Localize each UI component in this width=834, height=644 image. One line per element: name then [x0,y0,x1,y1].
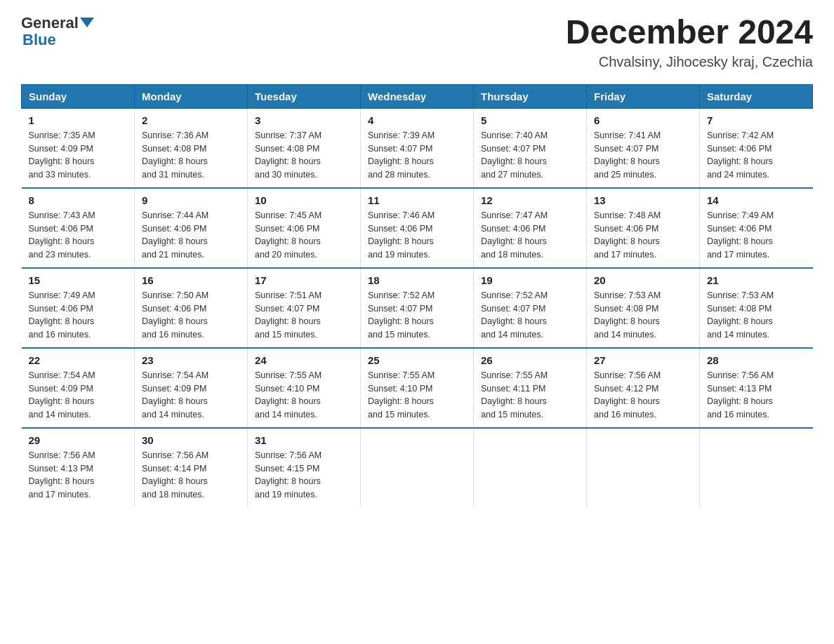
day-info: Sunrise: 7:50 AM Sunset: 4:06 PM Dayligh… [142,289,240,342]
day-number: 10 [255,194,353,206]
calendar-cell: 9 Sunrise: 7:44 AM Sunset: 4:06 PM Dayli… [135,188,248,268]
day-info: Sunrise: 7:49 AM Sunset: 4:06 PM Dayligh… [707,209,806,262]
calendar-cell: 25 Sunrise: 7:55 AM Sunset: 4:10 PM Dayl… [361,348,474,428]
day-number: 7 [707,114,806,126]
day-number: 3 [255,114,353,126]
calendar-title: December 2024 [566,14,813,51]
day-number: 20 [594,274,692,286]
day-info: Sunrise: 7:49 AM Sunset: 4:06 PM Dayligh… [29,289,128,342]
calendar-cell: 27 Sunrise: 7:56 AM Sunset: 4:12 PM Dayl… [587,348,700,428]
logo-blue-text: Blue [21,31,56,49]
day-number: 8 [29,194,128,206]
logo: General Blue [21,14,95,49]
day-info: Sunrise: 7:52 AM Sunset: 4:07 PM Dayligh… [368,289,466,342]
day-number: 30 [142,434,240,446]
day-headers-row: SundayMondayTuesdayWednesdayThursdayFrid… [22,84,813,108]
day-number: 13 [594,194,692,206]
day-info: Sunrise: 7:43 AM Sunset: 4:06 PM Dayligh… [29,209,128,262]
day-info: Sunrise: 7:44 AM Sunset: 4:06 PM Dayligh… [142,209,240,262]
day-info: Sunrise: 7:56 AM Sunset: 4:13 PM Dayligh… [707,369,806,422]
calendar-week-4: 22 Sunrise: 7:54 AM Sunset: 4:09 PM Dayl… [22,348,813,428]
day-number: 4 [368,114,466,126]
day-number: 18 [368,274,466,286]
day-header-saturday: Saturday [700,84,813,108]
calendar-cell: 18 Sunrise: 7:52 AM Sunset: 4:07 PM Dayl… [361,268,474,348]
day-number: 25 [368,354,466,366]
day-info: Sunrise: 7:55 AM Sunset: 4:10 PM Dayligh… [255,369,353,422]
day-info: Sunrise: 7:48 AM Sunset: 4:06 PM Dayligh… [594,209,692,262]
day-info: Sunrise: 7:56 AM Sunset: 4:15 PM Dayligh… [255,449,353,502]
day-info: Sunrise: 7:55 AM Sunset: 4:10 PM Dayligh… [368,369,466,422]
calendar-cell: 11 Sunrise: 7:46 AM Sunset: 4:06 PM Dayl… [361,188,474,268]
calendar-cell: 6 Sunrise: 7:41 AM Sunset: 4:07 PM Dayli… [587,108,700,188]
day-header-tuesday: Tuesday [248,84,361,108]
day-number: 11 [368,194,466,206]
day-number: 2 [142,114,240,126]
calendar-cell: 1 Sunrise: 7:35 AM Sunset: 4:09 PM Dayli… [22,108,135,188]
calendar-cell: 28 Sunrise: 7:56 AM Sunset: 4:13 PM Dayl… [700,348,813,428]
day-number: 16 [142,274,240,286]
day-number: 12 [481,194,579,206]
day-info: Sunrise: 7:56 AM Sunset: 4:13 PM Dayligh… [29,449,128,502]
page-header: General Blue December 2024 Chvalsiny, Ji… [21,14,813,70]
day-info: Sunrise: 7:36 AM Sunset: 4:08 PM Dayligh… [142,129,240,182]
day-info: Sunrise: 7:42 AM Sunset: 4:06 PM Dayligh… [707,129,806,182]
calendar-subtitle: Chvalsiny, Jihocesky kraj, Czechia [566,54,813,70]
day-number: 5 [481,114,579,126]
calendar-cell: 31 Sunrise: 7:56 AM Sunset: 4:15 PM Dayl… [248,428,361,507]
calendar-cell [474,428,587,507]
day-number: 21 [707,274,806,286]
day-number: 31 [255,434,353,446]
calendar-cell: 22 Sunrise: 7:54 AM Sunset: 4:09 PM Dayl… [22,348,135,428]
calendar-cell: 29 Sunrise: 7:56 AM Sunset: 4:13 PM Dayl… [22,428,135,507]
day-number: 29 [29,434,128,446]
day-info: Sunrise: 7:51 AM Sunset: 4:07 PM Dayligh… [255,289,353,342]
calendar-cell: 7 Sunrise: 7:42 AM Sunset: 4:06 PM Dayli… [700,108,813,188]
day-info: Sunrise: 7:56 AM Sunset: 4:14 PM Dayligh… [142,449,240,502]
day-info: Sunrise: 7:55 AM Sunset: 4:11 PM Dayligh… [481,369,579,422]
day-number: 15 [29,274,128,286]
calendar-header: SundayMondayTuesdayWednesdayThursdayFrid… [22,84,813,108]
calendar-cell: 21 Sunrise: 7:53 AM Sunset: 4:08 PM Dayl… [700,268,813,348]
calendar-cell: 26 Sunrise: 7:55 AM Sunset: 4:11 PM Dayl… [474,348,587,428]
calendar-cell: 15 Sunrise: 7:49 AM Sunset: 4:06 PM Dayl… [22,268,135,348]
day-info: Sunrise: 7:47 AM Sunset: 4:06 PM Dayligh… [481,209,579,262]
day-number: 14 [707,194,806,206]
day-header-wednesday: Wednesday [361,84,474,108]
day-info: Sunrise: 7:40 AM Sunset: 4:07 PM Dayligh… [481,129,579,182]
day-info: Sunrise: 7:53 AM Sunset: 4:08 PM Dayligh… [707,289,806,342]
calendar-cell: 13 Sunrise: 7:48 AM Sunset: 4:06 PM Dayl… [587,188,700,268]
logo-arrow-icon [80,18,94,27]
day-number: 17 [255,274,353,286]
day-number: 24 [255,354,353,366]
calendar-table: SundayMondayTuesdayWednesdayThursdayFrid… [21,84,813,507]
calendar-cell [587,428,700,507]
calendar-cell: 5 Sunrise: 7:40 AM Sunset: 4:07 PM Dayli… [474,108,587,188]
calendar-week-3: 15 Sunrise: 7:49 AM Sunset: 4:06 PM Dayl… [22,268,813,348]
calendar-cell: 19 Sunrise: 7:52 AM Sunset: 4:07 PM Dayl… [474,268,587,348]
calendar-week-5: 29 Sunrise: 7:56 AM Sunset: 4:13 PM Dayl… [22,428,813,507]
calendar-cell: 30 Sunrise: 7:56 AM Sunset: 4:14 PM Dayl… [135,428,248,507]
day-number: 23 [142,354,240,366]
day-number: 9 [142,194,240,206]
calendar-week-2: 8 Sunrise: 7:43 AM Sunset: 4:06 PM Dayli… [22,188,813,268]
calendar-cell: 20 Sunrise: 7:53 AM Sunset: 4:08 PM Dayl… [587,268,700,348]
day-header-thursday: Thursday [474,84,587,108]
day-header-sunday: Sunday [22,84,135,108]
calendar-cell [361,428,474,507]
calendar-cell: 14 Sunrise: 7:49 AM Sunset: 4:06 PM Dayl… [700,188,813,268]
day-info: Sunrise: 7:54 AM Sunset: 4:09 PM Dayligh… [29,369,128,422]
day-number: 27 [594,354,692,366]
title-block: December 2024 Chvalsiny, Jihocesky kraj,… [566,14,813,70]
day-header-friday: Friday [587,84,700,108]
day-info: Sunrise: 7:37 AM Sunset: 4:08 PM Dayligh… [255,129,353,182]
day-header-monday: Monday [135,84,248,108]
calendar-cell: 17 Sunrise: 7:51 AM Sunset: 4:07 PM Dayl… [248,268,361,348]
day-info: Sunrise: 7:53 AM Sunset: 4:08 PM Dayligh… [594,289,692,342]
day-info: Sunrise: 7:39 AM Sunset: 4:07 PM Dayligh… [368,129,466,182]
calendar-cell: 24 Sunrise: 7:55 AM Sunset: 4:10 PM Dayl… [248,348,361,428]
calendar-cell: 2 Sunrise: 7:36 AM Sunset: 4:08 PM Dayli… [135,108,248,188]
calendar-cell: 8 Sunrise: 7:43 AM Sunset: 4:06 PM Dayli… [22,188,135,268]
calendar-cell: 10 Sunrise: 7:45 AM Sunset: 4:06 PM Dayl… [248,188,361,268]
day-number: 6 [594,114,692,126]
